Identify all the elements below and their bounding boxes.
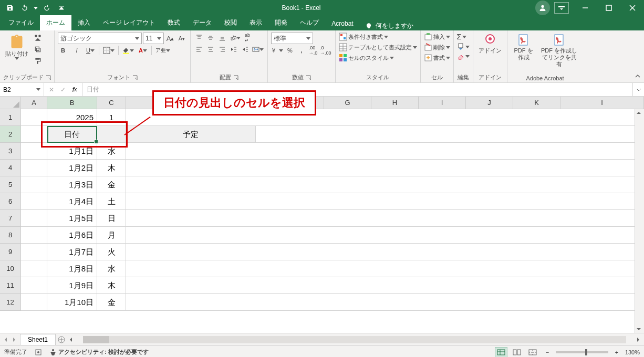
cell[interactable]: 1月6日 (47, 227, 97, 244)
paste-button[interactable]: 貼り付け (3, 33, 30, 61)
cell[interactable] (126, 176, 644, 193)
row-header[interactable]: 11 (0, 277, 21, 294)
alignment-dialog-launcher[interactable] (233, 75, 238, 80)
zoom-in-icon[interactable]: + (611, 347, 622, 358)
view-page-layout-icon[interactable] (511, 347, 523, 358)
align-middle-icon[interactable] (205, 33, 216, 43)
cell[interactable] (21, 244, 47, 260)
cell[interactable] (126, 143, 644, 160)
close-button[interactable] (620, 0, 644, 16)
cell-merged[interactable]: 予定 (126, 126, 256, 143)
increase-indent-icon[interactable] (240, 44, 251, 55)
wrap-text-icon[interactable]: ab↵ (242, 33, 253, 43)
merge-center-icon[interactable] (252, 44, 264, 55)
cell[interactable] (126, 227, 644, 244)
cell[interactable] (256, 126, 644, 143)
cell[interactable] (21, 294, 47, 311)
scroll-up-icon[interactable] (635, 109, 642, 117)
clear-button[interactable] (457, 52, 470, 60)
view-page-break-icon[interactable] (526, 347, 539, 358)
font-name-select[interactable]: 游ゴシック (58, 33, 142, 44)
bold-button[interactable]: B (58, 45, 68, 56)
cell[interactable] (126, 294, 644, 311)
cell[interactable]: 日 (97, 210, 126, 227)
format-cells-button[interactable]: 書式 (424, 54, 450, 62)
save-icon[interactable] (4, 2, 16, 14)
font-color-button[interactable]: A (138, 45, 148, 56)
format-painter-icon[interactable] (33, 56, 43, 66)
increase-font-icon[interactable]: A▴ (165, 33, 175, 44)
cell[interactable]: 1 (97, 109, 126, 126)
cell[interactable]: 1月1日 (47, 143, 97, 160)
ribbon-display-options-icon[interactable] (554, 2, 569, 14)
row-header[interactable]: 8 (0, 227, 21, 244)
minimize-button[interactable] (573, 0, 597, 16)
column-header-B[interactable]: B (47, 97, 97, 109)
cell[interactable] (21, 143, 47, 160)
tab-formulas[interactable]: 数式 (161, 15, 186, 30)
font-dialog-launcher[interactable] (132, 75, 138, 80)
italic-button[interactable]: I (71, 45, 82, 56)
column-header-G[interactable]: G (324, 97, 371, 109)
scroll-down-icon[interactable] (635, 326, 642, 333)
row-header[interactable]: 3 (0, 143, 21, 160)
decrease-decimal-icon[interactable]: .0→.00 (319, 45, 332, 56)
column-header-K[interactable]: K (513, 97, 560, 109)
cell[interactable] (21, 277, 47, 294)
format-as-table-button[interactable]: テーブルとして書式設定 (339, 43, 417, 51)
tell-me-search[interactable]: 何をしますか (360, 22, 419, 30)
zoom-slider[interactable] (556, 351, 608, 353)
decrease-indent-icon[interactable] (228, 44, 239, 55)
cell[interactable] (126, 244, 644, 260)
redo-icon[interactable] (41, 2, 53, 14)
copy-icon[interactable] (33, 44, 43, 55)
cell[interactable]: 1月8日 (47, 260, 97, 277)
row-header[interactable]: 1 (0, 109, 21, 126)
cell[interactable]: 日付 (47, 126, 97, 143)
addin-button[interactable]: アドイン (476, 33, 504, 55)
cell[interactable]: 水 (97, 143, 126, 160)
status-accessibility[interactable]: アクセシビリティ: 検討が必要です (49, 348, 149, 356)
cell[interactable] (21, 126, 47, 143)
insert-function-icon[interactable]: fx (69, 85, 80, 95)
column-header-last[interactable]: I (560, 97, 644, 109)
row-header[interactable]: 9 (0, 244, 21, 260)
macro-record-icon[interactable] (35, 349, 42, 356)
clipboard-dialog-launcher[interactable] (46, 75, 51, 80)
orientation-icon[interactable]: ab (228, 33, 241, 43)
add-sheet-button[interactable] (56, 334, 67, 345)
sheet-nav-next-icon[interactable] (11, 336, 18, 343)
row-header[interactable]: 7 (0, 210, 21, 227)
number-format-select[interactable]: 標準 (271, 33, 313, 44)
cell[interactable] (21, 227, 47, 244)
cell[interactable]: 水 (97, 260, 126, 277)
tab-review[interactable]: 校閲 (218, 15, 243, 30)
align-right-icon[interactable] (217, 44, 227, 55)
account-icon[interactable] (535, 1, 550, 15)
decrease-font-icon[interactable]: A▾ (176, 33, 187, 44)
zoom-level[interactable]: 130% (625, 349, 640, 355)
cell[interactable]: 1月2日 (47, 160, 97, 176)
row-header[interactable]: 5 (0, 176, 21, 193)
autosum-button[interactable]: Σ (457, 33, 467, 41)
tab-insert[interactable]: 挿入 (71, 15, 97, 30)
cell[interactable] (21, 260, 47, 277)
font-size-select[interactable]: 11 (143, 33, 164, 44)
cell[interactable] (21, 160, 47, 176)
phonetic-button[interactable]: ア亜 (155, 45, 171, 56)
comma-format-icon[interactable]: , (296, 45, 307, 56)
cut-icon[interactable] (33, 33, 43, 43)
column-header-J[interactable]: J (466, 97, 513, 109)
cell[interactable] (21, 210, 47, 227)
insert-cells-button[interactable]: 挿入 (424, 33, 450, 41)
cell[interactable]: 火 (97, 244, 126, 260)
column-header-A[interactable]: A (21, 97, 47, 109)
undo-dropdown-icon[interactable] (34, 7, 38, 9)
increase-decimal-icon[interactable]: .00→.0 (308, 45, 318, 56)
cell[interactable]: 1月3日 (47, 176, 97, 193)
sheet-nav-prev-icon[interactable] (2, 336, 9, 343)
percent-format-icon[interactable]: % (285, 45, 295, 56)
cell[interactable]: 1月10日 (47, 294, 97, 311)
conditional-formatting-button[interactable]: 条件付き書式 (339, 33, 388, 41)
create-pdf-button[interactable]: PDF を作成 (511, 33, 537, 62)
